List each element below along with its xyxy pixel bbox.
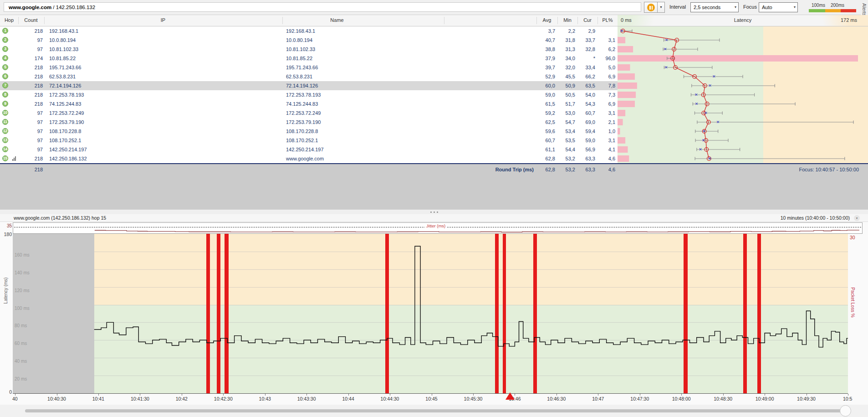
hop-number-badge: 11 [2, 119, 8, 125]
col-header-cur[interactable]: Cur [583, 17, 592, 23]
hop-name: 108.170.252.1 [282, 136, 536, 145]
focus-range-text: Focus: 10:40:57 - 10:50:00 [799, 164, 859, 175]
timeline-scrollbar[interactable] [25, 409, 842, 412]
hop-ip: 142.250.214.197 [44, 145, 282, 154]
hop-number-badge: 9 [2, 101, 8, 107]
hop-row[interactable]: 5218195.71.243.66195.71.243.6639,732,033… [0, 63, 618, 72]
hop-name: 10.81.102.33 [282, 45, 536, 54]
hop-number-badge: 8 [2, 92, 8, 98]
hop-number-badge: 2 [2, 37, 8, 43]
hop-cell: 7 [0, 81, 18, 90]
col-header-min[interactable]: Min [563, 17, 572, 23]
hop-pl: 4,6 [597, 154, 618, 163]
round-trip-summary-row[interactable]: 218 Round Trip (ms) 62,8 53,2 63,3 4,6 F… [0, 164, 868, 175]
hop-avg: 61,5 [536, 99, 557, 108]
hop-count: 218 [18, 81, 44, 90]
time-range-selector[interactable]: 10 minutes (10:40:00 - 10:50:00) [781, 214, 850, 221]
pause-button[interactable] [644, 2, 658, 13]
legend-orange-segment [825, 9, 841, 12]
hop-row[interactable]: 29710.0.80.19410.0.80.19440,731,833,73,1 [0, 36, 618, 45]
hop-row[interactable]: 621862.53.8.23162.53.8.23152,945,566,26,… [0, 72, 618, 81]
pane-splitter-handle[interactable] [0, 210, 868, 214]
hop-cell: 5 [0, 63, 18, 72]
time-axis-label: 10:42 [176, 396, 188, 402]
col-header-name[interactable]: Name [330, 17, 343, 23]
hop-graph-icon [12, 156, 16, 161]
hop-row[interactable]: 8218172.253.78.193172.253.78.19359,050,5… [0, 90, 618, 99]
hop-ip: 195.71.243.66 [44, 63, 282, 72]
hop-cur: 63,3 [577, 154, 597, 163]
hop-cell: 10 [0, 108, 18, 118]
hop-count: 97 [18, 108, 44, 118]
interval-value: 2,5 seconds [694, 5, 720, 10]
hop-cell: 3 [0, 45, 18, 54]
hop-cell: 14 [0, 145, 18, 154]
interval-select[interactable]: 2,5 seconds ▾ [690, 2, 739, 12]
hop-count: 218 [18, 72, 44, 81]
hop-row[interactable]: 1497142.250.214.197142.250.214.19761,154… [0, 145, 618, 154]
hop-count: 218 [18, 63, 44, 72]
focus-marker-triangle[interactable] [505, 392, 515, 400]
hop-name: www.google.com [282, 154, 536, 163]
hop-avg: 59,2 [536, 108, 557, 118]
hop-row[interactable]: 1197172.253.79.190172.253.79.19062,554,7… [0, 118, 618, 127]
hop-avg: 62,5 [536, 118, 557, 127]
hop-min: 53,2 [557, 154, 577, 163]
hop-min: 31,8 [557, 36, 577, 45]
hop-name: 10.81.85.22 [282, 54, 536, 63]
hop-row[interactable]: 417410.81.85.2210.81.85.2237,934,0*96,0 [0, 54, 618, 63]
timeline-scrollbar-zone [0, 405, 868, 417]
hop-name: 62.53.8.231 [282, 72, 536, 81]
hop-min: 53,5 [557, 136, 577, 145]
hop-cell: 6 [0, 72, 18, 81]
y-axis-max-label: 180 [0, 232, 12, 237]
hop-number-badge: 5 [2, 64, 8, 70]
caret-down-icon: ▾ [660, 5, 662, 9]
col-header-avg[interactable]: Avg [543, 17, 551, 23]
hop-cell: 11 [0, 118, 18, 127]
hop-min: 53,0 [557, 108, 577, 118]
hop-number-badge: 14 [2, 146, 8, 152]
pause-dropdown-button[interactable]: ▾ [657, 2, 665, 13]
svg-text:✕: ✕ [665, 38, 669, 42]
time-axis-label: 10:46:30 [547, 396, 566, 402]
hop-min: 51,7 [557, 99, 577, 108]
time-axis-label: 10:5 [843, 396, 852, 402]
time-axis-label: 10:41 [92, 396, 104, 402]
col-header-ip[interactable]: IP [161, 17, 165, 23]
hop-row[interactable]: 1397108.170.252.1108.170.252.160,753,559… [0, 136, 618, 145]
hop-number-badge: 1 [2, 28, 8, 34]
hop-row[interactable]: 39710.81.102.3310.81.102.3338,831,332,86… [0, 45, 618, 54]
hop-row[interactable]: 1218192.168.43.1192.168.43.13,72,22,9 [0, 26, 618, 36]
svg-text:✕: ✕ [702, 129, 706, 134]
hop-name: 74.125.244.83 [282, 99, 536, 108]
focus-select[interactable]: Auto ▾ [759, 2, 798, 12]
hop-pl: 6,2 [597, 45, 618, 54]
hop-pl: 5,0 [597, 63, 618, 72]
col-header-hop[interactable]: Hop [5, 17, 14, 23]
hop-row[interactable]: 721872.14.194.12672.14.194.12660,050,963… [0, 81, 618, 90]
hop-row[interactable]: 921874.125.244.8374.125.244.8361,551,754… [0, 99, 618, 108]
svg-text:✕: ✕ [695, 102, 699, 106]
hop-name: 108.170.228.8 [282, 127, 536, 136]
y-axis-min-label: 0 [0, 389, 12, 395]
hop-row[interactable]: 1097172.253.72.249172.253.72.24959,253,0… [0, 108, 618, 118]
col-header-pl[interactable]: PL% [602, 17, 613, 23]
upper-pane-empty-area [0, 175, 868, 210]
hop-cur: 59,4 [577, 127, 597, 136]
summary-min: 53,2 [557, 164, 577, 175]
hop-min: 31,3 [557, 45, 577, 54]
target-separator: / [51, 5, 56, 10]
hop-avg: 60,0 [536, 81, 557, 90]
hop-row[interactable]: 1297108.170.228.8108.170.228.859,653,459… [0, 127, 618, 136]
chevron-down-icon[interactable]: ▾ [854, 215, 860, 221]
hop-avg: 40,7 [536, 36, 557, 45]
hop-pl: 2,1 [597, 118, 618, 127]
summary-label: Round Trip (ms) [282, 164, 536, 175]
hop-row[interactable]: 15218142.250.186.132www.google.com62,853… [0, 154, 618, 163]
hop-cur: 33,7 [577, 36, 597, 45]
summary-avg: 62,8 [536, 164, 557, 175]
timeline-title: www.google.com (142.250.186.132) hop 15 [14, 214, 106, 221]
timeline-scrollbar-thumb[interactable] [840, 405, 851, 417]
col-header-count[interactable]: Count [24, 17, 37, 23]
